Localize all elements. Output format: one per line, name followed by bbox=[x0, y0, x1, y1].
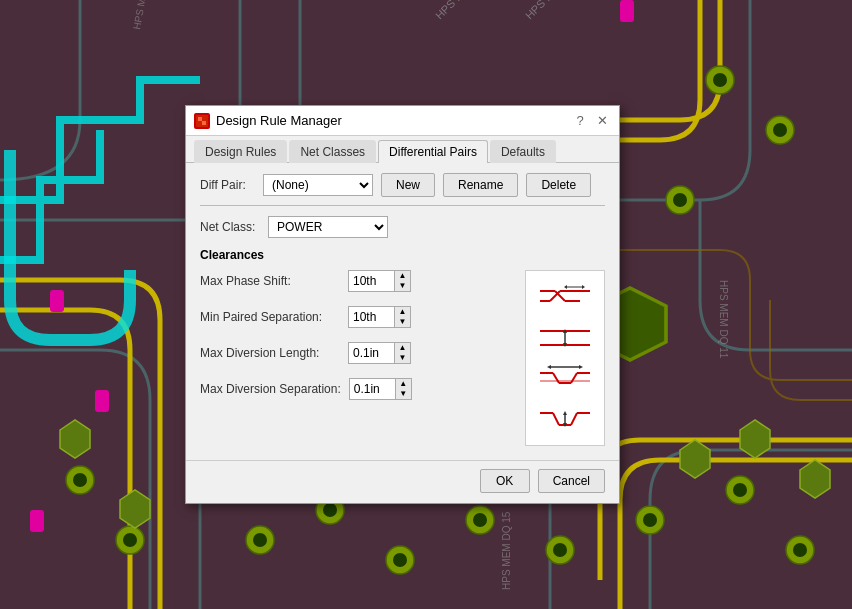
max-phase-shift-spinners: ▲ ▼ bbox=[394, 271, 410, 291]
max-phase-shift-input[interactable] bbox=[349, 271, 394, 291]
clearances-diagrams bbox=[525, 270, 605, 446]
max-div-length-input[interactable] bbox=[349, 343, 394, 363]
dialog-app-icon bbox=[194, 113, 210, 129]
dialog-title-buttons: ? ✕ bbox=[571, 112, 611, 130]
max-phase-shift-label: Max Phase Shift: bbox=[200, 274, 340, 288]
delete-button[interactable]: Delete bbox=[526, 173, 591, 197]
svg-rect-49 bbox=[535, 279, 595, 317]
max-phase-shift-row: Max Phase Shift: ▲ ▼ bbox=[200, 270, 517, 292]
dialog-titlebar: Design Rule Manager ? ✕ bbox=[186, 106, 619, 136]
net-class-row: Net Class: POWER bbox=[200, 216, 605, 238]
ok-button[interactable]: OK bbox=[480, 469, 530, 493]
max-div-sep-input-group: ▲ ▼ bbox=[349, 378, 412, 400]
cancel-button[interactable]: Cancel bbox=[538, 469, 605, 493]
svg-rect-65 bbox=[535, 359, 595, 397]
tab-differential-pairs[interactable]: Differential Pairs bbox=[378, 140, 488, 163]
tabs-bar: Design Rules Net Classes Differential Pa… bbox=[186, 136, 619, 163]
tab-net-classes[interactable]: Net Classes bbox=[289, 140, 376, 163]
max-div-length-input-group: ▲ ▼ bbox=[348, 342, 411, 364]
max-phase-shift-down[interactable]: ▼ bbox=[395, 281, 410, 291]
max-phase-shift-input-group: ▲ ▼ bbox=[348, 270, 411, 292]
max-div-sep-diagram bbox=[535, 399, 595, 437]
max-div-sep-label: Max Diversion Separation: bbox=[200, 382, 341, 396]
min-paired-sep-down[interactable]: ▼ bbox=[395, 317, 410, 327]
dialog-close-button[interactable]: ✕ bbox=[593, 112, 611, 130]
dialog-body: Diff Pair: (None) New Rename Delete Net … bbox=[186, 163, 619, 460]
design-rule-manager-dialog: Design Rule Manager ? ✕ Design Rules Net… bbox=[185, 105, 620, 504]
min-paired-sep-row: Min Paired Separation: ▲ ▼ bbox=[200, 306, 517, 328]
max-phase-shift-up[interactable]: ▲ bbox=[395, 271, 410, 281]
clearances-content: Max Phase Shift: ▲ ▼ Min Paired Separati… bbox=[200, 270, 605, 446]
diff-pair-select[interactable]: (None) bbox=[263, 174, 373, 196]
min-paired-sep-spinners: ▲ ▼ bbox=[394, 307, 410, 327]
min-paired-sep-input-group: ▲ ▼ bbox=[348, 306, 411, 328]
dialog-title: Design Rule Manager bbox=[216, 113, 342, 128]
clearances-fields: Max Phase Shift: ▲ ▼ Min Paired Separati… bbox=[200, 270, 517, 446]
divider-1 bbox=[200, 205, 605, 206]
svg-rect-48 bbox=[202, 121, 206, 125]
max-div-length-row: Max Diversion Length: ▲ ▼ bbox=[200, 342, 517, 364]
max-div-sep-spinners: ▲ ▼ bbox=[395, 379, 411, 399]
max-div-length-spinners: ▲ ▼ bbox=[394, 343, 410, 363]
dialog-overlay: Design Rule Manager ? ✕ Design Rules Net… bbox=[0, 0, 852, 609]
min-paired-sep-diagram bbox=[535, 319, 595, 357]
dialog-title-left: Design Rule Manager bbox=[194, 113, 342, 129]
max-div-length-down[interactable]: ▼ bbox=[395, 353, 410, 363]
max-div-sep-up[interactable]: ▲ bbox=[396, 379, 411, 389]
tab-defaults[interactable]: Defaults bbox=[490, 140, 556, 163]
new-button[interactable]: New bbox=[381, 173, 435, 197]
max-div-length-diagram bbox=[535, 359, 595, 397]
max-div-length-label: Max Diversion Length: bbox=[200, 346, 340, 360]
max-div-length-up[interactable]: ▲ bbox=[395, 343, 410, 353]
max-div-sep-input[interactable] bbox=[350, 379, 395, 399]
min-paired-sep-up[interactable]: ▲ bbox=[395, 307, 410, 317]
diff-pair-row: Diff Pair: (None) New Rename Delete bbox=[200, 173, 605, 197]
clearances-header: Clearances bbox=[200, 248, 605, 262]
diff-pair-label: Diff Pair: bbox=[200, 178, 255, 192]
min-paired-sep-label: Min Paired Separation: bbox=[200, 310, 340, 324]
min-paired-sep-input[interactable] bbox=[349, 307, 394, 327]
max-div-sep-down[interactable]: ▼ bbox=[396, 389, 411, 399]
svg-rect-47 bbox=[198, 117, 202, 121]
net-class-label: Net Class: bbox=[200, 220, 260, 234]
net-class-select[interactable]: POWER bbox=[268, 216, 388, 238]
dialog-footer: OK Cancel bbox=[186, 460, 619, 503]
tab-design-rules[interactable]: Design Rules bbox=[194, 140, 287, 163]
rename-button[interactable]: Rename bbox=[443, 173, 518, 197]
phase-shift-diagram bbox=[535, 279, 595, 317]
max-div-sep-row: Max Diversion Separation: ▲ ▼ bbox=[200, 378, 517, 400]
dialog-help-button[interactable]: ? bbox=[571, 112, 589, 130]
